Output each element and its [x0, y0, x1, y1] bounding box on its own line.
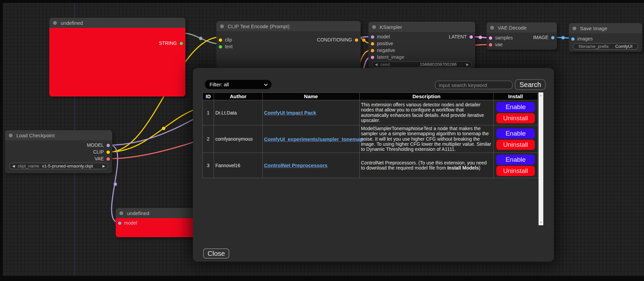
node-collapse-dot[interactable] [220, 24, 224, 28]
comfyui-app: undefined STRING CLIP Text Encode (Promp… [0, 0, 644, 281]
output-slot-string[interactable] [180, 42, 183, 45]
filename-prefix-widget[interactable]: filename_prefix ComfyUI [573, 43, 638, 50]
output-label: CONDITIONING [317, 37, 352, 42]
input-label: positive [377, 41, 393, 46]
input-slot-latent-image[interactable] [371, 56, 374, 59]
widget-name: filename_prefix [579, 44, 609, 49]
node-title-bar[interactable]: KSampler [368, 22, 475, 32]
node-title: KSampler [380, 24, 402, 30]
node-ksampler[interactable]: KSampler model positive negative latent_… [368, 22, 475, 69]
search-input[interactable] [435, 81, 513, 89]
extensions-table-container: ID Author Name Description Install 1Dr.L… [202, 92, 543, 225]
extension-description: This extension offers various detector n… [360, 100, 494, 125]
node-title: Save Image [580, 25, 607, 31]
input-slot-vae[interactable] [489, 43, 492, 47]
uninstall-button[interactable]: Uninstall [496, 113, 535, 123]
page-edge [0, 0, 644, 3]
input-label: images [577, 36, 593, 41]
node-undefined-bottom[interactable]: undefined model [116, 208, 197, 237]
extension-name: ControlNet Preprocessors [263, 153, 360, 178]
node-load-checkpoint[interactable]: Load Checkpoint MODEL CLIP VAE ◀ ckpt_na… [5, 130, 112, 173]
link-midpoint-dot [162, 127, 165, 130]
header-author: Author [214, 93, 263, 100]
node-title-bar[interactable]: undefined [116, 208, 197, 218]
extensions-table: ID Author Name Description Install 1Dr.L… [202, 92, 538, 178]
output-label: VAE [95, 156, 104, 161]
search-button[interactable]: Search [515, 79, 546, 90]
input-slot-positive[interactable] [371, 42, 374, 46]
node-collapse-dot[interactable] [53, 21, 57, 25]
widget-increment-icon[interactable]: ▶ [463, 63, 472, 66]
input-slot-negative[interactable] [371, 49, 374, 52]
input-slot-images[interactable] [571, 37, 575, 41]
node-collapse-dot[interactable] [573, 27, 576, 30]
node-vae-decode[interactable]: VAE Decode samples vae IMAGE [486, 22, 557, 50]
enable-button[interactable]: Enable [496, 102, 535, 112]
extension-link[interactable]: ComfyUI Impact Pack [264, 110, 316, 116]
output-slot-vae[interactable] [106, 157, 110, 161]
node-save-image[interactable]: Save Image images filename_prefix ComfyU… [569, 23, 642, 52]
node-body: images filename_prefix ComfyUI [569, 33, 642, 52]
uninstall-button[interactable]: Uninstall [496, 140, 535, 150]
output-slot-conditioning[interactable] [355, 38, 358, 42]
chevron-down-icon [264, 82, 268, 86]
output-slot-image[interactable] [551, 36, 555, 39]
extension-description: ControlNet Preprocessors. (To use this e… [360, 153, 494, 178]
extension-link[interactable]: ControlNet Preprocessors [264, 162, 328, 168]
input-slot-model[interactable] [118, 222, 121, 225]
widget-increment-icon[interactable]: ▶ [100, 164, 108, 168]
scrollbar-up-arrow-icon[interactable]: ▲ [539, 94, 543, 97]
node-collapse-dot[interactable] [372, 25, 376, 29]
link-midpoint-dot [479, 36, 482, 39]
node-body: STRING [49, 28, 185, 96]
close-button[interactable]: Close [203, 248, 229, 259]
input-slot-text[interactable] [219, 45, 222, 49]
output-label: LATENT [449, 34, 467, 39]
node-collapse-dot[interactable] [119, 211, 123, 215]
node-clip-text-encode[interactable]: CLIP Text Encode (Prompt) clip text COND… [216, 21, 361, 70]
output-slot-clip[interactable] [106, 151, 110, 154]
filter-dropdown[interactable]: Filter: all [205, 80, 271, 89]
extension-link[interactable]: ComfyUI_experiments/sampler_tonemap [264, 136, 363, 142]
ckpt-name-widget[interactable]: ◀ ckpt_name v1-5-pruned-emaonly.ckpt ▶ [9, 163, 108, 169]
node-title: VAE Decode [498, 25, 527, 31]
extension-install-cell: EnableUninstall [494, 125, 538, 153]
uninstall-button[interactable]: Uninstall [496, 166, 535, 176]
node-title-bar[interactable]: Load Checkpoint [5, 130, 112, 140]
node-undefined-top[interactable]: undefined STRING [49, 18, 185, 96]
page-edge [0, 0, 3, 281]
table-header-row: ID Author Name Description Install [203, 93, 538, 100]
scrollbar-down-arrow-icon[interactable]: ▼ [539, 221, 543, 224]
widget-value: 156680208700286 [390, 62, 463, 67]
widget-decrement-icon[interactable]: ◀ [10, 164, 18, 168]
seed-widget[interactable]: ◀ seed 156680208700286 ▶ [372, 61, 472, 68]
extension-id: 3 [203, 153, 214, 178]
header-install: Install [494, 93, 538, 100]
node-collapse-dot[interactable] [9, 134, 13, 137]
enable-button[interactable]: Enable [496, 128, 535, 139]
widget-decrement-icon[interactable]: ◀ [372, 63, 380, 66]
node-title-bar[interactable]: Save Image [569, 23, 642, 33]
input-label: latent_image [377, 54, 404, 60]
link-midpoint-dot [561, 36, 565, 39]
output-slot-model[interactable] [106, 144, 110, 147]
extension-name: ComfyUI Impact Pack [263, 100, 360, 125]
header-name: Name [263, 93, 360, 100]
output-slot-latent[interactable] [469, 35, 473, 39]
extension-id: 1 [203, 100, 214, 125]
node-title-bar[interactable]: undefined [49, 18, 185, 28]
node-title-bar[interactable]: CLIP Text Encode (Prompt) [216, 21, 361, 31]
output-label: MODEL [87, 142, 104, 148]
output-label: STRING [159, 40, 177, 46]
link-midpoint-dot [362, 38, 365, 42]
enable-button[interactable]: Enable [496, 155, 535, 165]
extension-description: ModelSamplerTonemapNoiseTest a node that… [360, 125, 494, 153]
extension-install-cell: EnableUninstall [494, 153, 538, 178]
input-label: vae [495, 42, 503, 47]
node-collapse-dot[interactable] [490, 26, 494, 30]
widget-value: ComfyUI [609, 44, 632, 49]
table-scrollbar[interactable]: ▲ ▼ [539, 92, 543, 225]
node-title-bar[interactable]: VAE Decode [486, 22, 557, 33]
extension-author: comfyanonymous [214, 125, 263, 153]
extension-row: 1Dr.Lt.DataComfyUI Impact PackThis exten… [203, 100, 538, 125]
